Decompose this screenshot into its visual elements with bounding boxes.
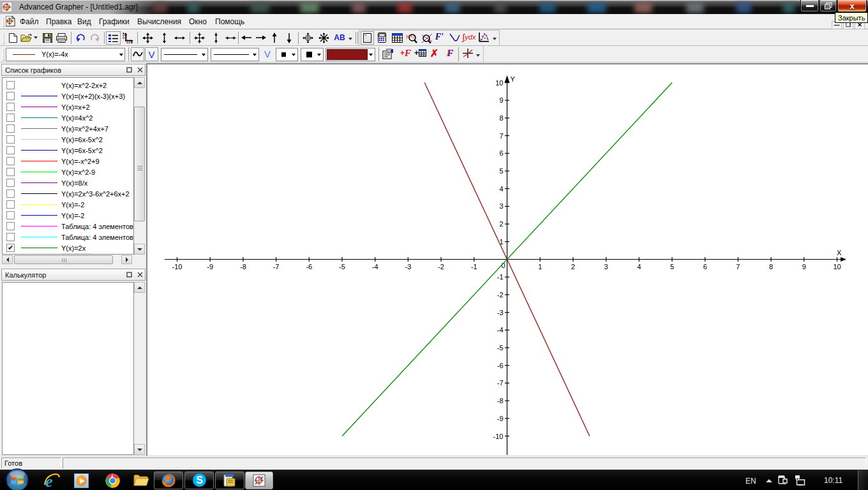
svg-text:-2: -2: [438, 263, 444, 271]
svg-text:10: 10: [833, 263, 841, 271]
svg-text:5: 5: [499, 167, 503, 175]
svg-text:6: 6: [499, 149, 503, 157]
svg-text:2: 2: [571, 263, 575, 271]
svg-text:-6: -6: [497, 362, 504, 369]
svg-text:7: 7: [736, 263, 740, 271]
svg-text:3: 3: [604, 263, 608, 271]
svg-text:6: 6: [703, 263, 707, 271]
svg-text:-4: -4: [497, 326, 504, 334]
svg-text:-6: -6: [306, 263, 312, 271]
svg-text:-10: -10: [493, 433, 504, 440]
svg-text:-7: -7: [497, 379, 504, 387]
svg-text:-8: -8: [497, 397, 504, 405]
svg-text:-9: -9: [497, 415, 504, 422]
svg-text:2: 2: [499, 220, 503, 228]
svg-text:1: 1: [538, 263, 542, 271]
svg-text:-1: -1: [497, 273, 504, 281]
svg-text:3: 3: [499, 202, 503, 210]
svg-text:X: X: [837, 249, 842, 256]
svg-text:10: 10: [495, 79, 503, 87]
svg-text:4: 4: [637, 263, 641, 271]
svg-text:8: 8: [499, 114, 503, 122]
svg-text:9: 9: [802, 263, 806, 271]
svg-text:8: 8: [769, 263, 773, 271]
svg-text:7: 7: [499, 132, 503, 140]
svg-text:4: 4: [499, 185, 503, 193]
svg-text:y(x): y(x): [406, 33, 415, 39]
svg-text:-2: -2: [497, 291, 504, 299]
svg-text:-1: -1: [471, 263, 477, 271]
svg-text:-5: -5: [339, 263, 345, 271]
svg-text:-7: -7: [273, 263, 280, 271]
svg-text:-10: -10: [172, 263, 183, 271]
svg-text:-9: -9: [207, 263, 213, 271]
svg-text:9: 9: [499, 96, 503, 104]
svg-text:-3: -3: [497, 309, 504, 316]
svg-text:-5: -5: [497, 344, 504, 352]
svg-text:-3: -3: [405, 263, 412, 271]
svg-text:Y: Y: [511, 75, 516, 83]
svg-text:-8: -8: [240, 263, 246, 271]
svg-text:-4: -4: [372, 263, 378, 271]
svg-text:5: 5: [670, 263, 674, 271]
